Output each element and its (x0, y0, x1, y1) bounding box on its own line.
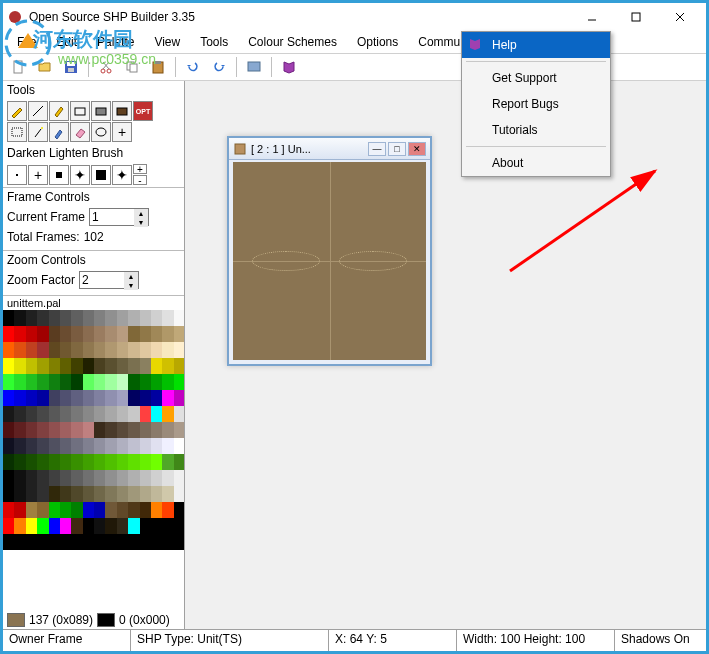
palette-swatch[interactable] (14, 326, 25, 342)
child-min-button[interactable]: — (368, 142, 386, 156)
palette-swatch[interactable] (60, 486, 71, 502)
palette-swatch[interactable] (128, 390, 139, 406)
palette-swatch[interactable] (117, 326, 128, 342)
palette-swatch[interactable] (117, 342, 128, 358)
palette-swatch[interactable] (140, 310, 151, 326)
brush-plus[interactable]: + (133, 164, 147, 174)
palette-swatch[interactable] (37, 390, 48, 406)
palette-swatch[interactable] (117, 502, 128, 518)
palette-swatch[interactable] (14, 422, 25, 438)
palette-swatch[interactable] (140, 374, 151, 390)
palette-swatch[interactable] (83, 310, 94, 326)
palette-swatch[interactable] (117, 534, 128, 550)
palette-swatch[interactable] (174, 454, 185, 470)
brush-size-6[interactable]: ✦ (112, 165, 132, 185)
palette-swatch[interactable] (60, 518, 71, 534)
child-max-button[interactable]: □ (388, 142, 406, 156)
palette-swatch[interactable] (37, 310, 48, 326)
palette-swatch[interactable] (60, 454, 71, 470)
palette-swatch[interactable] (71, 486, 82, 502)
palette-swatch[interactable] (60, 342, 71, 358)
palette-swatch[interactable] (94, 518, 105, 534)
palette-swatch[interactable] (151, 358, 162, 374)
palette-swatch[interactable] (37, 358, 48, 374)
palette-swatch[interactable] (26, 454, 37, 470)
palette-swatch[interactable] (151, 310, 162, 326)
palette-swatch[interactable] (71, 518, 82, 534)
palette-swatch[interactable] (140, 470, 151, 486)
palette-swatch[interactable] (14, 342, 25, 358)
palette-swatch[interactable] (60, 406, 71, 422)
preview-icon[interactable] (242, 55, 266, 79)
palette-swatch[interactable] (140, 342, 151, 358)
palette-swatch[interactable] (14, 486, 25, 502)
palette-swatch[interactable] (162, 502, 173, 518)
palette-swatch[interactable] (140, 486, 151, 502)
palette-swatch[interactable] (94, 534, 105, 550)
palette-swatch[interactable] (151, 406, 162, 422)
palette-swatch[interactable] (3, 502, 14, 518)
palette-swatch[interactable] (94, 358, 105, 374)
palette-swatch[interactable] (60, 502, 71, 518)
palette-swatch[interactable] (162, 454, 173, 470)
child-titlebar[interactable]: [ 2 : 1 ] Un... — □ ✕ (229, 138, 430, 160)
palette-swatch[interactable] (105, 390, 116, 406)
palette-swatch[interactable] (174, 518, 185, 534)
palette-swatch[interactable] (3, 470, 14, 486)
palette-swatch[interactable] (128, 326, 139, 342)
palette-swatch[interactable] (117, 518, 128, 534)
brush-size-3[interactable] (49, 165, 69, 185)
eraser-tool-icon[interactable] (70, 122, 90, 142)
palette-swatch[interactable] (71, 502, 82, 518)
palette-swatch[interactable] (37, 422, 48, 438)
palette-swatch[interactable] (140, 390, 151, 406)
palette-swatch[interactable] (83, 374, 94, 390)
palette-swatch[interactable] (14, 358, 25, 374)
menu-colour-schemes[interactable]: Colour Schemes (238, 32, 347, 52)
rect-tool-icon[interactable] (70, 101, 90, 121)
palette-swatch[interactable] (128, 454, 139, 470)
palette-swatch[interactable] (174, 310, 185, 326)
palette-swatch[interactable] (162, 518, 173, 534)
palette-swatch[interactable] (174, 406, 185, 422)
palette-swatch[interactable] (71, 534, 82, 550)
palette-swatch[interactable] (151, 438, 162, 454)
palette-swatch[interactable] (117, 438, 128, 454)
palette-swatch[interactable] (128, 470, 139, 486)
palette-swatch[interactable] (37, 470, 48, 486)
palette-swatch[interactable] (14, 406, 25, 422)
palette-swatch[interactable] (117, 358, 128, 374)
palette-swatch[interactable] (105, 454, 116, 470)
palette-swatch[interactable] (105, 374, 116, 390)
palette-swatch[interactable] (128, 358, 139, 374)
brush-size-4[interactable]: ✦ (70, 165, 90, 185)
palette-swatch[interactable] (49, 534, 60, 550)
palette-swatch[interactable] (26, 326, 37, 342)
help-menu-tutorials[interactable]: Tutorials (462, 117, 610, 143)
palette-swatch[interactable] (105, 406, 116, 422)
palette-swatch[interactable] (105, 518, 116, 534)
palette-swatch[interactable] (117, 470, 128, 486)
palette-swatch[interactable] (26, 502, 37, 518)
palette-swatch[interactable] (3, 534, 14, 550)
palette-swatch[interactable] (26, 470, 37, 486)
line-tool-icon[interactable] (28, 101, 48, 121)
palette-swatch[interactable] (49, 358, 60, 374)
palette-swatch[interactable] (71, 470, 82, 486)
palette-swatch[interactable] (83, 390, 94, 406)
palette-swatch[interactable] (105, 422, 116, 438)
child-close-button[interactable]: ✕ (408, 142, 426, 156)
palette-swatch[interactable] (140, 534, 151, 550)
palette-swatch[interactable] (117, 374, 128, 390)
palette-swatch[interactable] (128, 422, 139, 438)
brush-size-1[interactable] (7, 165, 27, 185)
palette-swatch[interactable] (83, 470, 94, 486)
palette-swatch[interactable] (37, 502, 48, 518)
palette-swatch[interactable] (83, 518, 94, 534)
palette-swatch[interactable] (94, 438, 105, 454)
palette-swatch[interactable] (60, 422, 71, 438)
palette-swatch[interactable] (37, 438, 48, 454)
palette-swatch[interactable] (162, 438, 173, 454)
palette-swatch[interactable] (71, 358, 82, 374)
palette-swatch[interactable] (83, 422, 94, 438)
